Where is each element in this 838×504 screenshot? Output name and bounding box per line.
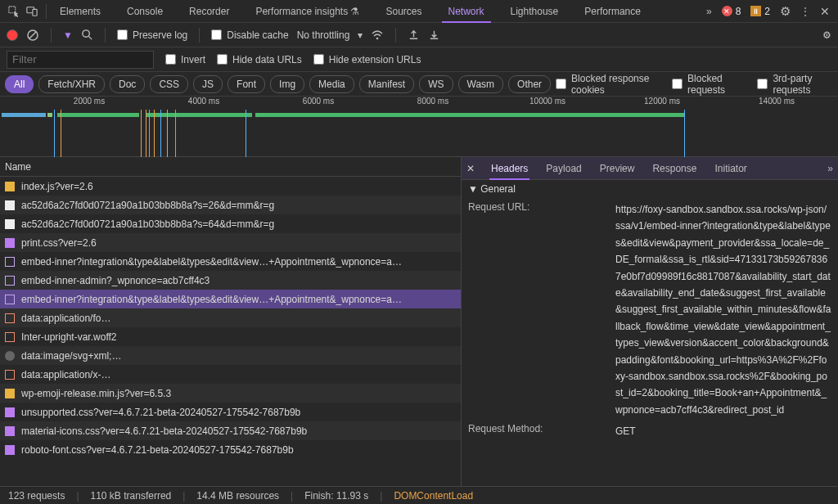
tab-performance-insights[interactable]: Performance insights ⚗ — [242, 1, 372, 22]
request-row[interactable]: ac52d6a2c7fd0d0721a90a1b03bb8b8a?s=64&d=… — [0, 214, 461, 233]
filter-icon[interactable]: ▼ — [63, 29, 73, 41]
request-name: data:application/fo… — [21, 313, 110, 324]
tab-console[interactable]: Console — [114, 1, 176, 22]
request-row[interactable]: data:application/fo… — [0, 308, 461, 327]
more-detail-tabs-icon[interactable]: » — [827, 163, 833, 174]
filter-input[interactable] — [7, 51, 154, 69]
xhr-icon — [5, 276, 15, 286]
throttling-caret-icon[interactable]: ▾ — [358, 29, 363, 41]
chip-img[interactable]: Img — [270, 75, 304, 93]
request-name: embed-inner?integration&type&label&types… — [21, 294, 402, 305]
request-row[interactable]: data:application/x-… — [0, 365, 461, 384]
chip-doc[interactable]: Doc — [110, 75, 145, 93]
doc-icon — [5, 200, 15, 210]
panel-settings-icon[interactable]: ⚙ — [822, 29, 831, 41]
request-row[interactable]: material-icons.css?ver=4.6.7.21-beta-202… — [0, 421, 461, 440]
general-section-toggle[interactable]: ▼ General — [462, 180, 838, 198]
network-timeline[interactable]: 2000 ms 4000 ms 6000 ms 8000 ms 10000 ms… — [0, 97, 838, 157]
status-bar: 123 requests| 110 kB transferred| 14.4 M… — [0, 486, 838, 504]
request-name: ac52d6a2c7fd0d0721a90a1b03bb8b8a?s=64&d=… — [21, 218, 274, 230]
upload-icon[interactable] — [408, 29, 420, 41]
tab-elements[interactable]: Elements — [47, 1, 114, 22]
chip-fetch-xhr[interactable]: Fetch/XHR — [38, 75, 105, 93]
request-row[interactable]: embed-inner-admin?_wpnonce=acb7cff4c3 — [0, 271, 461, 290]
search-icon[interactable] — [81, 29, 93, 41]
tab-lighthouse[interactable]: Lighthouse — [498, 1, 572, 22]
disable-cache-checkbox[interactable]: Disable cache — [211, 29, 288, 41]
chip-wasm[interactable]: Wasm — [458, 75, 504, 93]
tick-label: 14000 ms — [759, 97, 795, 106]
chip-font[interactable]: Font — [228, 75, 265, 93]
chip-ws[interactable]: WS — [419, 75, 453, 93]
detail-tab-response[interactable]: Response — [651, 158, 698, 179]
blocked-requests-checkbox[interactable]: Blocked requests — [672, 73, 744, 96]
close-detail-icon[interactable]: ✕ — [466, 163, 475, 174]
network-toolbar: ▼ Preserve log Disable cache No throttli… — [0, 23, 838, 47]
detail-tab-payload[interactable]: Payload — [544, 158, 583, 179]
request-row[interactable]: index.js?ver=2.6 — [0, 177, 461, 196]
chip-all[interactable]: All — [5, 75, 34, 93]
request-list-pane: Name index.js?ver=2.6ac52d6a2c7fd0d0721a… — [0, 157, 462, 486]
error-badge[interactable]: ✕8 — [722, 6, 741, 17]
request-row[interactable]: print.css?ver=2.6 — [0, 233, 461, 252]
inspect-icon[interactable] — [8, 6, 20, 17]
chip-media[interactable]: Media — [309, 75, 354, 93]
tab-recorder[interactable]: Recorder — [176, 1, 242, 22]
gear-icon[interactable]: ⚙ — [780, 4, 791, 19]
kebab-menu-icon[interactable]: ⋮ — [800, 6, 810, 17]
third-party-checkbox[interactable]: 3rd-party requests — [757, 73, 833, 96]
device-toggle-icon[interactable] — [26, 6, 38, 17]
throttling-select[interactable]: No throttling — [297, 29, 350, 41]
js-icon — [5, 182, 15, 191]
clear-icon[interactable] — [26, 29, 39, 42]
blocked-cookies-checkbox[interactable]: Blocked response cookies — [556, 73, 659, 96]
hide-extension-urls-checkbox[interactable]: Hide extension URLs — [313, 54, 421, 65]
chip-manifest[interactable]: Manifest — [359, 75, 414, 93]
flask-icon: ⚗ — [350, 6, 359, 17]
xhr-icon — [5, 257, 15, 267]
tab-performance[interactable]: Performance — [571, 1, 654, 22]
request-name: wp-emoji-release.min.js?ver=6.5.3 — [21, 388, 171, 399]
wifi-icon[interactable] — [371, 29, 384, 42]
tab-sources[interactable]: Sources — [372, 1, 435, 22]
tick-label: 10000 ms — [529, 97, 565, 106]
warning-badge[interactable]: ⏸2 — [750, 6, 770, 17]
detail-tab-preview[interactable]: Preview — [598, 158, 637, 179]
request-name: data:application/x-… — [21, 369, 110, 380]
record-button[interactable] — [7, 29, 18, 41]
request-row[interactable]: unsupported.css?ver=4.6.7.21-beta-202405… — [0, 403, 461, 421]
svg-point-7 — [376, 37, 379, 39]
chip-css[interactable]: CSS — [150, 75, 188, 93]
detail-tab-headers[interactable]: Headers — [489, 158, 529, 179]
status-requests: 123 requests — [8, 490, 65, 502]
chip-other[interactable]: Other — [508, 75, 551, 93]
detail-tab-initiator[interactable]: Initiator — [713, 158, 748, 179]
chip-js[interactable]: JS — [193, 75, 223, 93]
css-icon — [5, 426, 15, 436]
preserve-log-checkbox[interactable]: Preserve log — [117, 29, 187, 41]
more-tabs-icon[interactable]: » — [706, 6, 712, 17]
hide-data-urls-checkbox[interactable]: Hide data URLs — [217, 54, 302, 65]
request-name: material-icons.css?ver=4.6.7.21-beta-202… — [21, 425, 307, 437]
svg-icon — [5, 351, 15, 361]
tab-network[interactable]: Network — [435, 1, 498, 22]
svg-point-5 — [83, 30, 89, 37]
font-icon — [5, 332, 15, 342]
request-row[interactable]: embed-inner?integration&type&label&types… — [0, 290, 461, 308]
request-row[interactable]: Inter-upright-var.woff2 — [0, 327, 461, 346]
request-name: embed-inner-admin?_wpnonce=acb7cff4c3 — [21, 275, 210, 286]
column-header-name[interactable]: Name — [0, 157, 461, 177]
request-row[interactable]: ac52d6a2c7fd0d0721a90a1b03bb8b8a?s=26&d=… — [0, 196, 461, 214]
request-method-label: Request Method: — [468, 423, 615, 434]
request-row[interactable]: embed-inner?integration&type&label&types… — [0, 252, 461, 271]
close-icon[interactable]: ✕ — [820, 5, 830, 18]
invert-checkbox[interactable]: Invert — [165, 54, 205, 65]
request-row[interactable]: data:image/svg+xml;… — [0, 346, 461, 365]
tick-label: 12000 ms — [644, 97, 680, 106]
svg-line-6 — [88, 36, 92, 39]
download-icon[interactable] — [428, 29, 440, 41]
request-url-label: Request URL: — [468, 201, 615, 213]
js-icon — [5, 389, 15, 398]
request-row[interactable]: roboto-font.css?ver=4.6.7.21-beta-202405… — [0, 440, 461, 459]
request-row[interactable]: wp-emoji-release.min.js?ver=6.5.3 — [0, 384, 461, 403]
